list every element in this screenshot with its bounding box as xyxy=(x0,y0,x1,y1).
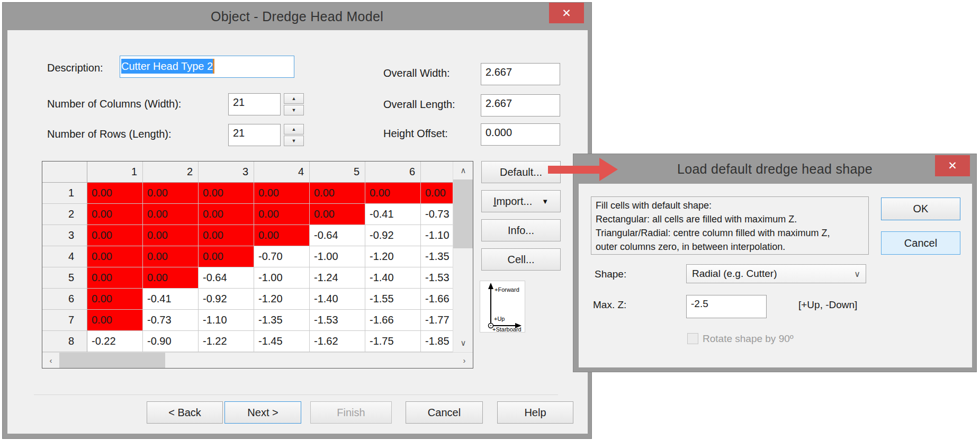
grid-cell[interactable]: -1.00 xyxy=(254,267,310,289)
grid-cell[interactable]: -1.10 xyxy=(199,310,254,331)
grid-cell[interactable]: -0.92 xyxy=(365,225,421,246)
grid-cell[interactable]: 0.00 xyxy=(254,183,310,204)
columns-input[interactable]: 21 xyxy=(228,93,281,115)
columns-step-up-button[interactable]: ▲ xyxy=(284,93,304,104)
grid-cell[interactable]: 0.00 xyxy=(143,183,199,204)
overall-width-input[interactable]: 2.667 xyxy=(481,63,560,85)
grid-row-header[interactable]: 4 xyxy=(42,246,87,267)
cell-button[interactable]: Cell... xyxy=(481,248,561,271)
scroll-down-button[interactable]: ∨ xyxy=(453,334,473,352)
grid-cell[interactable]: 0.00 xyxy=(87,267,143,289)
grid-column-header[interactable]: 4 xyxy=(254,161,310,183)
rows-input[interactable]: 21 xyxy=(228,124,281,146)
shape-select[interactable]: Radial (e.g. Cutter) ∨ xyxy=(686,264,866,283)
next-button-label: Next > xyxy=(247,407,278,419)
back-button[interactable]: < Back xyxy=(147,401,223,424)
grid-column-header[interactable]: 1 xyxy=(87,161,143,183)
grid-column-header[interactable]: 5 xyxy=(310,161,365,183)
grid-vertical-scrollbar[interactable]: ∧ ∨ xyxy=(453,161,473,352)
grid-row: 40.000.000.00-0.70-1.00-1.20-1.35 xyxy=(42,246,473,267)
grid-column-header[interactable]: 2 xyxy=(143,161,199,183)
main-dialog-titlebar[interactable]: Object - Dredge Head Model ✕ xyxy=(3,3,591,30)
shape-dialog-close-button[interactable]: ✕ xyxy=(935,155,970,176)
max-z-input[interactable]: -2.5 xyxy=(686,295,767,318)
grid-cell[interactable]: 0.00 xyxy=(199,225,254,246)
rows-step-down-button[interactable]: ▼ xyxy=(284,136,304,146)
grid-cell[interactable]: 0.00 xyxy=(87,225,143,246)
grid-cell[interactable]: 0.00 xyxy=(199,204,254,225)
grid-column-header[interactable]: 6 xyxy=(365,161,421,183)
grid-cell[interactable]: 0.00 xyxy=(87,204,143,225)
grid-cell[interactable]: -0.41 xyxy=(365,204,421,225)
grid-cell[interactable]: 0.00 xyxy=(87,246,143,267)
grid-row-header[interactable]: 7 xyxy=(42,310,87,331)
grid-cell[interactable]: -1.00 xyxy=(310,246,365,267)
grid-cell[interactable]: 0.00 xyxy=(254,225,310,246)
ok-button[interactable]: OK xyxy=(881,197,960,220)
grid-cell[interactable]: -1.75 xyxy=(365,331,421,352)
grid-row-header[interactable]: 2 xyxy=(42,204,87,225)
info-button[interactable]: Info... xyxy=(481,219,561,241)
grid-cell[interactable]: 0.00 xyxy=(310,204,365,225)
grid-cell[interactable]: 0.00 xyxy=(143,225,199,246)
grid-cell[interactable]: 0.00 xyxy=(310,183,365,204)
overall-length-input[interactable]: 2.667 xyxy=(481,94,560,116)
grid-row-header[interactable]: 6 xyxy=(42,289,87,310)
columns-step-down-button[interactable]: ▼ xyxy=(284,105,304,115)
grid-row-header[interactable]: 3 xyxy=(42,225,87,246)
grid-cell[interactable]: -0.70 xyxy=(254,246,310,267)
grid-cell[interactable]: 0.00 xyxy=(143,246,199,267)
grid-cell[interactable]: 0.00 xyxy=(254,204,310,225)
shape-cancel-button[interactable]: Cancel xyxy=(881,231,960,255)
scroll-up-button[interactable]: ∧ xyxy=(453,161,473,179)
vertical-scrollbar-thumb[interactable] xyxy=(453,179,473,248)
scroll-right-button[interactable]: › xyxy=(456,353,473,369)
height-offset-label: Height Offset: xyxy=(383,128,448,140)
grid-row-header[interactable]: 5 xyxy=(42,267,87,289)
grid-cell[interactable]: -1.40 xyxy=(310,289,365,310)
help-button[interactable]: Help xyxy=(497,401,573,424)
grid-cell[interactable]: -1.35 xyxy=(254,310,310,331)
grid-cell[interactable]: 0.00 xyxy=(87,289,143,310)
rows-step-up-button[interactable]: ▲ xyxy=(284,124,304,134)
grid-cell[interactable]: -0.90 xyxy=(143,331,199,352)
grid-cell[interactable]: -0.92 xyxy=(199,289,254,310)
grid-cell[interactable]: -1.53 xyxy=(310,310,365,331)
grid-cell[interactable]: 0.00 xyxy=(199,183,254,204)
grid-cell[interactable]: -1.55 xyxy=(365,289,421,310)
height-offset-input[interactable]: 0.000 xyxy=(481,123,560,146)
grid-cell[interactable]: 0.00 xyxy=(365,183,421,204)
grid-cell[interactable]: 0.00 xyxy=(199,246,254,267)
grid-cell[interactable]: -1.24 xyxy=(310,267,365,289)
shape-label: Shape: xyxy=(595,268,626,280)
main-dialog-close-button[interactable]: ✕ xyxy=(549,3,584,23)
cancel-button[interactable]: Cancel xyxy=(406,401,483,424)
grid-cell[interactable]: -0.73 xyxy=(143,310,199,331)
grid-cell[interactable]: -1.62 xyxy=(310,331,365,352)
grid-cell[interactable]: -1.40 xyxy=(365,267,421,289)
grid-row-header[interactable]: 8 xyxy=(42,331,87,352)
horizontal-scrollbar-thumb[interactable] xyxy=(59,353,165,369)
shape-dialog-titlebar[interactable]: Load default dredge head shape ✕ xyxy=(573,154,976,184)
import-button[interactable]: Import... ▼ xyxy=(481,190,561,212)
grid-cell[interactable]: -0.64 xyxy=(199,267,254,289)
grid-cell[interactable]: 0.00 xyxy=(87,183,143,204)
grid-cell[interactable]: -1.20 xyxy=(254,289,310,310)
scroll-left-button[interactable]: ‹ xyxy=(42,353,59,369)
grid-horizontal-scrollbar[interactable]: ‹ › xyxy=(42,352,473,368)
grid-cell[interactable]: 0.00 xyxy=(143,204,199,225)
grid-cell[interactable]: 0.00 xyxy=(87,310,143,331)
grid-cell[interactable]: -0.64 xyxy=(310,225,365,246)
grid-cell[interactable]: -1.20 xyxy=(365,246,421,267)
rotate-shape-checkbox[interactable] xyxy=(687,333,698,344)
grid-cell[interactable]: 0.00 xyxy=(143,267,199,289)
grid-row-header[interactable]: 1 xyxy=(42,183,87,204)
grid-cell[interactable]: -1.66 xyxy=(365,310,421,331)
grid-cell[interactable]: -0.41 xyxy=(143,289,199,310)
grid-cell[interactable]: -1.22 xyxy=(199,331,254,352)
grid-cell[interactable]: -1.45 xyxy=(254,331,310,352)
grid-column-header[interactable]: 3 xyxy=(199,161,254,183)
next-button[interactable]: Next > xyxy=(224,401,301,424)
description-input[interactable]: Cutter Head Type 2 xyxy=(120,56,294,78)
grid-cell[interactable]: -0.22 xyxy=(87,331,143,352)
